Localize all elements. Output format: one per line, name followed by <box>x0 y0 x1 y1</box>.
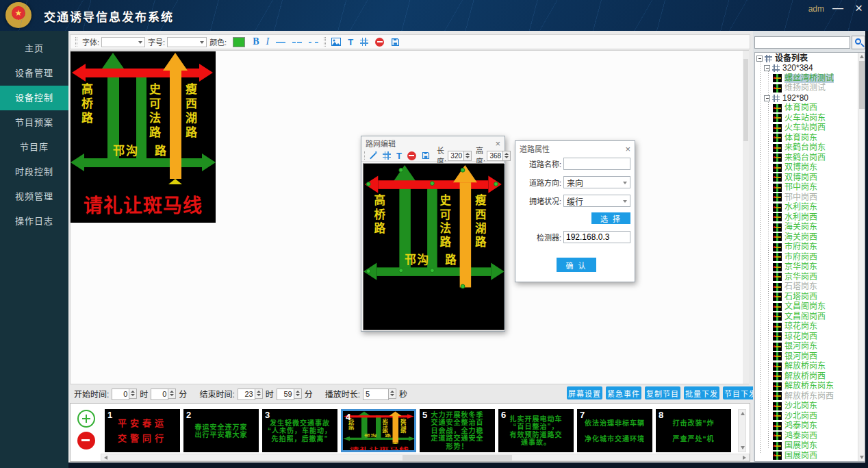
device-item[interactable]: 文昌阁岗西 <box>755 312 865 322</box>
insert-image-icon[interactable] <box>331 38 341 46</box>
end-hour-value[interactable]: 23 <box>238 389 255 400</box>
led-sign[interactable]: 高桥路 史可法路 瘦西湖路 邗沟 路 请礼让斑马线 <box>71 51 216 223</box>
device-item[interactable]: 石塔岗东 <box>755 282 865 293</box>
confirm-button[interactable]: 确 认 <box>557 258 596 272</box>
minimize-button[interactable]: — <box>832 1 843 15</box>
device-group[interactable]: 192*80 <box>755 93 865 103</box>
action-button[interactable]: 批量下发 <box>684 386 719 399</box>
congestion-select[interactable]: 缓行 <box>563 195 630 207</box>
led-sign[interactable]: 高桥路 史可法路 瘦西湖路 邗沟 路 请礼让斑马线 <box>343 411 416 452</box>
device-item[interactable]: 京华岗东 <box>755 262 865 273</box>
duration-value[interactable]: 5 <box>363 389 389 400</box>
spinner-arrows-icon[interactable] <box>464 151 472 161</box>
device-item[interactable]: 银河岗东 <box>755 342 865 352</box>
program-thumbnail[interactable]: 1 平安春运 交警同行 <box>105 409 180 452</box>
action-button[interactable]: 紧急事件 <box>606 386 641 399</box>
playlist-vertical-scrollbar[interactable] <box>738 409 746 452</box>
edit-node[interactable] <box>398 268 403 273</box>
road-name-input[interactable] <box>563 158 630 170</box>
device-item[interactable]: 琼花岗东 <box>755 322 865 332</box>
spinner-arrows-icon[interactable] <box>389 389 396 399</box>
start-minute-spinner[interactable]: 0 <box>151 389 176 399</box>
device-item[interactable]: 解放桥岗东 <box>755 362 865 372</box>
canvas-scrollbar[interactable] <box>743 51 749 384</box>
edit-node[interactable] <box>494 182 498 186</box>
end-hour-spinner[interactable]: 23 <box>238 389 263 399</box>
align-left-icon[interactable] <box>276 40 285 43</box>
program-thumbnail-selected[interactable]: 4 高桥路 史可法路 瘦西湖路 邗沟 路 请礼让斑马线 <box>341 409 416 452</box>
edit-node[interactable] <box>461 168 465 173</box>
edit-node[interactable] <box>461 284 465 289</box>
start-hour-value[interactable]: 0 <box>112 389 129 400</box>
program-thumbnail[interactable]: 2 春运安全连万家 出行平安靠大家 <box>183 409 259 452</box>
duration-spinner[interactable]: 5 <box>363 389 396 399</box>
end-minute-spinner[interactable]: 59 <box>277 389 302 399</box>
spinner-arrows-icon[interactable] <box>503 151 511 161</box>
program-thumbnail[interactable]: 6 扎实开展电动车 “百日整治”， 有效预防道路交 通事故。 <box>498 409 574 452</box>
device-item[interactable]: 体育岗西 <box>755 103 865 114</box>
close-icon[interactable]: × <box>495 138 500 149</box>
program-thumbnail[interactable]: 5 大力开展秋冬季 交通安全整治百 日会战，全力稳 定道路交通安全 形势！ <box>420 409 495 452</box>
collapse-icon[interactable] <box>764 95 770 101</box>
text-tool-button[interactable]: T <box>396 151 402 161</box>
search-button[interactable] <box>852 36 865 49</box>
program-thumbnail[interactable]: 7 依法治理非标车辆 净化城市交通环境 <box>577 409 652 452</box>
collapse-icon[interactable] <box>756 56 763 62</box>
italic-button[interactable]: I <box>266 36 270 47</box>
device-item[interactable]: 邗中岗东 <box>755 183 865 193</box>
sidebar-item[interactable]: 视频管理 <box>0 184 68 209</box>
save-icon[interactable] <box>391 38 400 47</box>
main-sign-preview[interactable]: 高桥路 史可法路 瘦西湖路 邗沟 路 请礼让斑马线 <box>71 51 216 223</box>
align-right-icon[interactable] <box>309 40 318 43</box>
device-item[interactable]: 双博岗西 <box>755 173 865 183</box>
device-item[interactable]: 银河岗西 <box>755 352 865 362</box>
device-item[interactable]: 解放桥东岗东 <box>755 382 865 392</box>
device-item[interactable]: 市府岗东 <box>755 243 865 253</box>
user-name[interactable]: adm <box>808 4 824 14</box>
sidebar-item[interactable]: 操作日志 <box>0 209 68 234</box>
delete-icon[interactable] <box>375 38 384 47</box>
select-detector-button[interactable]: 选 择 <box>591 212 630 224</box>
device-item[interactable]: 国展岗东 <box>755 441 865 452</box>
color-swatch[interactable] <box>233 37 245 47</box>
action-button[interactable]: 复制节目 <box>645 386 680 399</box>
device-item[interactable]: 解放桥东岗西 <box>755 391 865 402</box>
edit-node[interactable] <box>366 182 371 186</box>
height-spinner[interactable]: 368 <box>487 151 511 161</box>
device-item[interactable]: 沙北岗西 <box>755 411 865 421</box>
device-item[interactable]: 水利岗东 <box>755 203 865 213</box>
length-value[interactable]: 320 <box>448 151 464 161</box>
device-item[interactable]: 市府岗西 <box>755 252 865 262</box>
bold-button[interactable]: B <box>253 36 259 47</box>
draw-line-icon[interactable] <box>369 151 377 160</box>
spinner-arrows-icon[interactable] <box>168 389 176 399</box>
device-item[interactable]: 来鹤台岗东 <box>755 143 865 153</box>
action-button[interactable]: 屏幕设置 <box>567 386 602 399</box>
device-item[interactable]: 鸿泰岗东 <box>755 421 865 432</box>
device-tree-root[interactable]: 设备列表 <box>755 53 865 64</box>
device-item[interactable]: 火车站岗西 <box>755 123 865 134</box>
grid-tool-icon[interactable] <box>383 151 391 160</box>
text-tool-button[interactable]: T <box>348 37 353 47</box>
scrollbar-thumb[interactable] <box>403 455 512 460</box>
grid-tool-icon[interactable] <box>360 38 368 46</box>
dialog-titlebar[interactable]: 道路属性 × <box>515 141 635 156</box>
close-button[interactable]: × <box>855 1 863 15</box>
edit-node[interactable] <box>430 268 435 273</box>
device-item[interactable]: 体育岗东 <box>755 133 865 143</box>
edit-node[interactable] <box>366 269 371 273</box>
close-icon[interactable]: × <box>625 144 630 154</box>
height-value[interactable]: 368 <box>487 151 503 161</box>
device-item[interactable]: 火车站岗东 <box>755 113 865 123</box>
program-thumbnail[interactable]: 8 打击改装“炸 严查严处“机 <box>656 409 731 452</box>
led-sign[interactable]: 高桥路 史可法路 瘦西湖路 邗沟 路 请礼让斑马线 <box>363 164 505 330</box>
device-item[interactable]: 石塔岗西 <box>755 292 865 302</box>
sidebar-item[interactable]: 节目库 <box>0 135 68 160</box>
device-item[interactable]: 解放桥岗西 <box>755 371 865 382</box>
device-item[interactable]: 文昌阁岗东 <box>755 302 865 312</box>
sidebar-item[interactable]: 设备控制 <box>0 86 68 110</box>
scrollbar-thumb[interactable] <box>859 61 865 109</box>
device-search-input[interactable] <box>754 36 850 49</box>
device-item[interactable]: 沙北岗东 <box>755 402 865 412</box>
collapse-icon[interactable] <box>764 65 770 71</box>
